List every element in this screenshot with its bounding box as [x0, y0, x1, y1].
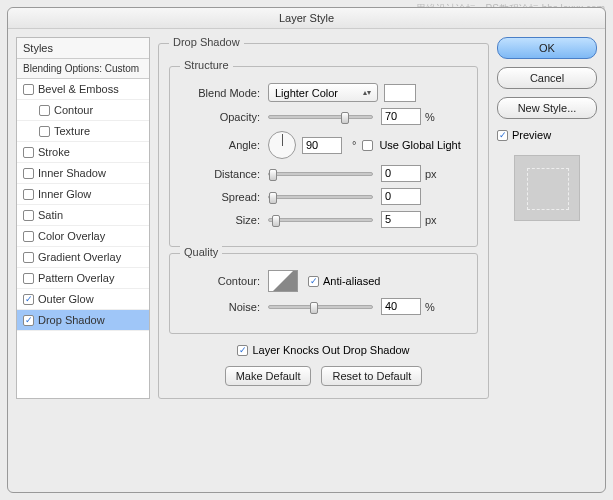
style-checkbox[interactable]	[23, 252, 34, 263]
style-item-label: Texture	[54, 125, 90, 137]
opacity-input[interactable]: 70	[381, 108, 421, 125]
style-checkbox[interactable]	[23, 294, 34, 305]
style-item-satin[interactable]: Satin	[17, 205, 149, 226]
preview-checkbox[interactable]	[497, 130, 508, 141]
make-default-button[interactable]: Make Default	[225, 366, 312, 386]
style-item-label: Inner Glow	[38, 188, 91, 200]
style-item-label: Bevel & Emboss	[38, 83, 119, 95]
style-item-label: Pattern Overlay	[38, 272, 114, 284]
quality-legend: Quality	[180, 246, 222, 258]
style-item-label: Color Overlay	[38, 230, 105, 242]
noise-slider[interactable]	[268, 305, 373, 309]
style-checkbox[interactable]	[23, 315, 34, 326]
size-slider[interactable]	[268, 218, 373, 222]
style-item-label: Stroke	[38, 146, 70, 158]
style-item-label: Outer Glow	[38, 293, 94, 305]
style-checkbox[interactable]	[23, 210, 34, 221]
style-checkbox[interactable]	[23, 189, 34, 200]
style-item-label: Gradient Overlay	[38, 251, 121, 263]
size-input[interactable]: 5	[381, 211, 421, 228]
styles-list: Styles Blending Options: Custom Bevel & …	[16, 37, 150, 399]
blending-options-header[interactable]: Blending Options: Custom	[17, 59, 149, 79]
style-checkbox[interactable]	[23, 168, 34, 179]
noise-unit: %	[425, 301, 435, 313]
angle-input[interactable]: 90	[302, 137, 342, 154]
opacity-label: Opacity:	[180, 111, 260, 123]
noise-input[interactable]: 40	[381, 298, 421, 315]
opacity-slider[interactable]	[268, 115, 373, 119]
angle-unit: °	[352, 139, 356, 151]
drop-shadow-group: Drop Shadow Structure Blend Mode: Lighte…	[158, 43, 489, 399]
select-arrows-icon: ▴▾	[363, 89, 371, 97]
structure-legend: Structure	[180, 59, 233, 71]
knockout-checkbox[interactable]	[237, 345, 248, 356]
style-item-label: Drop Shadow	[38, 314, 105, 326]
layer-style-dialog: Layer Style Styles Blending Options: Cus…	[7, 7, 606, 493]
style-item-drop-shadow[interactable]: Drop Shadow	[17, 310, 149, 331]
distance-unit: px	[425, 168, 437, 180]
blend-mode-label: Blend Mode:	[180, 87, 260, 99]
style-checkbox[interactable]	[39, 105, 50, 116]
spread-label: Spread:	[180, 191, 260, 203]
quality-group: Quality Contour: Anti-aliased Noise: 40 …	[169, 253, 478, 334]
noise-label: Noise:	[180, 301, 260, 313]
size-label: Size:	[180, 214, 260, 226]
new-style-button[interactable]: New Style...	[497, 97, 597, 119]
contour-picker[interactable]	[268, 270, 298, 292]
style-item-bevel-emboss[interactable]: Bevel & Emboss	[17, 79, 149, 100]
style-item-label: Inner Shadow	[38, 167, 106, 179]
size-unit: px	[425, 214, 437, 226]
opacity-unit: %	[425, 111, 435, 123]
global-light-checkbox[interactable]	[362, 140, 373, 151]
style-item-inner-shadow[interactable]: Inner Shadow	[17, 163, 149, 184]
angle-dial[interactable]	[268, 131, 296, 159]
blend-mode-value: Lighter Color	[275, 87, 338, 99]
style-checkbox[interactable]	[23, 147, 34, 158]
style-item-pattern-overlay[interactable]: Pattern Overlay	[17, 268, 149, 289]
drop-shadow-legend: Drop Shadow	[169, 36, 244, 48]
style-item-stroke[interactable]: Stroke	[17, 142, 149, 163]
style-item-color-overlay[interactable]: Color Overlay	[17, 226, 149, 247]
distance-label: Distance:	[180, 168, 260, 180]
distance-input[interactable]: 0	[381, 165, 421, 182]
styles-header[interactable]: Styles	[17, 38, 149, 59]
shadow-color-swatch[interactable]	[384, 84, 416, 102]
spread-slider[interactable]	[268, 195, 373, 199]
style-item-gradient-overlay[interactable]: Gradient Overlay	[17, 247, 149, 268]
preview-label: Preview	[512, 129, 551, 141]
global-light-label: Use Global Light	[379, 139, 460, 151]
anti-aliased-checkbox[interactable]	[308, 276, 319, 287]
reset-default-button[interactable]: Reset to Default	[321, 366, 422, 386]
cancel-button[interactable]: Cancel	[497, 67, 597, 89]
preview-thumbnail	[514, 155, 580, 221]
style-item-label: Contour	[54, 104, 93, 116]
style-item-texture[interactable]: Texture	[17, 121, 149, 142]
angle-label: Angle:	[180, 139, 260, 151]
style-checkbox[interactable]	[39, 126, 50, 137]
distance-slider[interactable]	[268, 172, 373, 176]
structure-group: Structure Blend Mode: Lighter Color ▴▾ O…	[169, 66, 478, 247]
style-checkbox[interactable]	[23, 231, 34, 242]
dialog-title: Layer Style	[8, 8, 605, 29]
blend-mode-select[interactable]: Lighter Color ▴▾	[268, 83, 378, 102]
style-item-inner-glow[interactable]: Inner Glow	[17, 184, 149, 205]
contour-label: Contour:	[180, 275, 260, 287]
style-item-outer-glow[interactable]: Outer Glow	[17, 289, 149, 310]
knockout-label: Layer Knocks Out Drop Shadow	[252, 344, 409, 356]
style-item-label: Satin	[38, 209, 63, 221]
style-checkbox[interactable]	[23, 273, 34, 284]
anti-aliased-label: Anti-aliased	[323, 275, 380, 287]
style-checkbox[interactable]	[23, 84, 34, 95]
spread-input[interactable]: 0	[381, 188, 421, 205]
style-item-contour[interactable]: Contour	[17, 100, 149, 121]
ok-button[interactable]: OK	[497, 37, 597, 59]
